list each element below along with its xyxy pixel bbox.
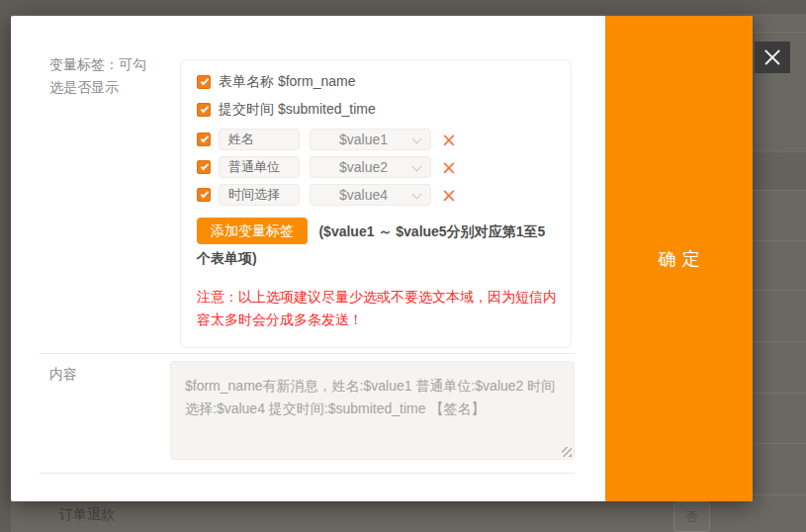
checkbox-checked[interactable] [197,160,211,174]
tag-row-mapped: 时间选择 $value4 × [197,184,557,206]
sms-warning-text: 注意：以上选项建议尽量少选或不要选文本域，因为短信内容太多时会分成多条发送！ [197,286,557,331]
tag-row-mapped: 姓名 $value1 × [197,129,557,150]
chevron-down-icon [412,190,422,200]
checkbox-checked[interactable] [197,133,211,146]
background-row-label: 订单退款 [59,506,115,524]
tag-row-submit-time: 提交时间 $submited_time [197,101,557,118]
checkbox-checked[interactable] [197,75,211,89]
content-field: $form_name有新消息，姓名:$value1 普通单位:$value2 时… [170,361,575,460]
background-no-button[interactable]: 否 [673,501,710,532]
tag-label: 提交时间 $submited_time [219,101,376,119]
sms-variable-dialog: 变量标签：可勾选是否显示 表单名称 $form_name 提交时间 $submi… [11,16,753,501]
field-name-input[interactable]: 姓名 [219,129,300,150]
section-divider [40,353,575,354]
check-icon [200,104,208,112]
variable-select[interactable]: $value1 [310,129,431,150]
background-top-band [0,0,806,14]
confirm-button[interactable]: 确定 [605,16,753,501]
remove-icon[interactable]: × [441,186,457,205]
check-icon [200,76,208,84]
remove-icon[interactable]: × [441,158,457,177]
confirm-button-label: 确定 [653,247,706,271]
field-name-input[interactable]: 时间选择 [219,184,300,206]
check-icon [200,134,208,142]
background-left-strip [0,0,11,532]
variable-select-value: $value1 [339,132,388,147]
resize-handle-icon[interactable] [562,447,572,457]
variable-select-value: $value4 [339,187,388,203]
tag-row-form-name: 表单名称 $form_name [197,73,557,90]
tag-row-mapped: 普通单位 $value2 × [197,156,557,178]
checkbox-checked[interactable] [197,103,211,117]
variable-select[interactable]: $value2 [310,156,431,178]
variable-tags-box: 表单名称 $form_name 提交时间 $submited_time 姓名 $… [180,59,572,348]
variable-select-value: $value2 [339,159,388,175]
variable-tags-label: 变量标签：可勾选是否显示 [49,53,154,99]
check-icon [200,190,208,198]
add-variable-row: 添加变量标签 ($value1 ～ $value5分别对应第1至5个表单项) [197,218,557,271]
screen: 订单退款 否 变量标签：可勾选是否显示 表单名称 $form_name 提交时间… [0,0,806,532]
section-divider [40,473,575,474]
variable-select[interactable]: $value4 [310,184,431,206]
content-textarea[interactable]: $form_name有新消息，姓名:$value1 普通单位:$value2 时… [170,361,575,460]
checkbox-checked[interactable] [197,188,211,202]
tag-label: 表单名称 $form_name [219,73,355,91]
check-icon [200,162,208,170]
chevron-down-icon [412,134,422,144]
add-variable-button[interactable]: 添加变量标签 [197,218,308,244]
close-button[interactable] [755,42,790,73]
content-label: 内容 [49,366,77,384]
remove-icon[interactable]: × [441,131,457,149]
chevron-down-icon [412,162,422,172]
field-name-input[interactable]: 普通单位 [219,156,300,178]
